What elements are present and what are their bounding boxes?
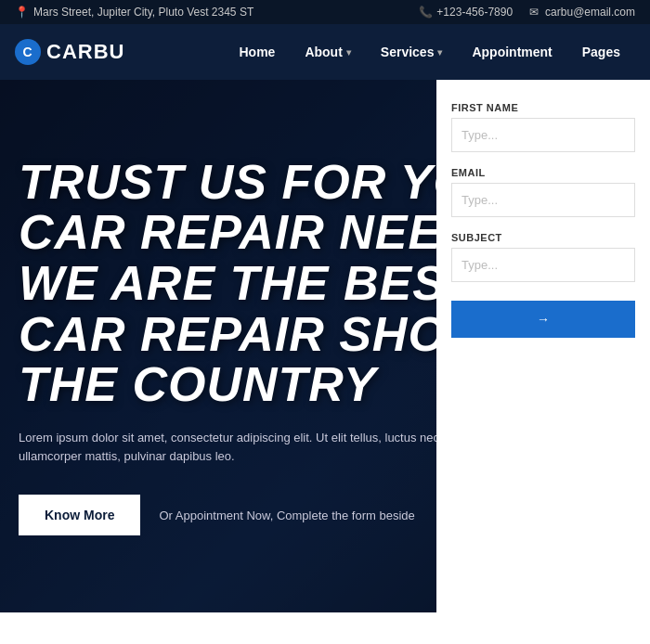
email-group: ✉ carbu@email.com: [527, 6, 635, 19]
services-chevron-icon: ▾: [437, 47, 442, 58]
nav-pages[interactable]: Pages: [567, 24, 635, 80]
email-field: EMAIL: [451, 167, 635, 217]
appointment-text: Or Appointment Now, Complete the form be…: [159, 509, 414, 522]
email-input[interactable]: [451, 183, 635, 217]
logo-icon: C: [15, 39, 41, 65]
nav-services[interactable]: Services ▾: [366, 24, 458, 80]
submit-button[interactable]: →: [451, 301, 635, 338]
email-text: carbu@email.com: [545, 6, 635, 19]
appointment-form-card: FIRST NAME EMAIL SUBJECT →: [436, 80, 650, 612]
nav-home[interactable]: Home: [224, 24, 290, 80]
top-bar-address-group: 📍 Mars Street, Jupiter City, Pluto Vest …: [15, 6, 254, 19]
first-name-input[interactable]: [451, 118, 635, 152]
nav-about[interactable]: About ▾: [290, 24, 365, 80]
top-bar-contact-group: 📞 +123-456-7890 ✉ carbu@email.com: [419, 6, 635, 19]
navbar: C CARBU Home About ▾ Services ▾ Appointm…: [0, 24, 650, 80]
subject-field: SUBJECT: [451, 232, 635, 282]
hero-section: TRUST US FOR YOUR CAR REPAIR NEEDS, WE A…: [0, 80, 650, 612]
email-icon: ✉: [527, 6, 540, 19]
phone-text: +123-456-7890: [436, 6, 513, 19]
hero-description: Lorem ipsum dolor sit amet, consectetur …: [19, 429, 501, 468]
nav-links: Home About ▾ Services ▾ Appointment Page…: [224, 24, 635, 80]
subject-label: SUBJECT: [451, 232, 635, 243]
subject-input[interactable]: [451, 248, 635, 282]
first-name-label: FIRST NAME: [451, 102, 635, 113]
location-icon: 📍: [15, 6, 28, 19]
top-bar: 📍 Mars Street, Jupiter City, Pluto Vest …: [0, 0, 650, 24]
know-more-button[interactable]: Know More: [19, 495, 140, 535]
phone-group: 📞 +123-456-7890: [419, 6, 513, 19]
logo-text: CARBU: [46, 40, 124, 64]
phone-icon: 📞: [419, 6, 432, 19]
about-chevron-icon: ▾: [346, 47, 351, 58]
email-label: EMAIL: [451, 167, 635, 178]
logo[interactable]: C CARBU: [15, 39, 124, 65]
address-text: Mars Street, Jupiter City, Pluto Vest 23…: [33, 6, 254, 19]
first-name-field: FIRST NAME: [451, 102, 635, 152]
nav-appointment[interactable]: Appointment: [457, 24, 566, 80]
